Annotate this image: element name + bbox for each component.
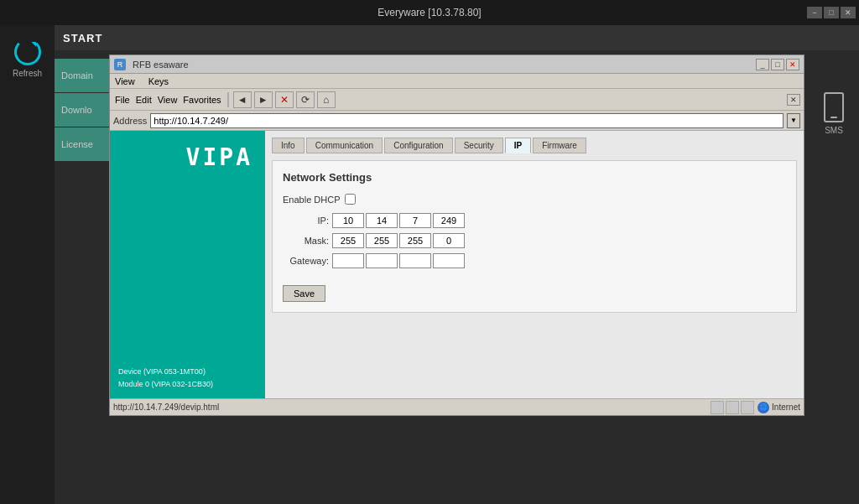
browser-statusbar: http://10.14.7.249/devip.html 🌐 Internet: [110, 398, 804, 415]
app-area: Refresh START Domain Downlo License: [0, 25, 859, 504]
tab-firmware[interactable]: Firmware: [533, 138, 586, 153]
status-url: http://10.14.7.249/devip.html: [113, 403, 707, 412]
gateway-field-3[interactable]: [399, 253, 431, 268]
network-settings-title: Network Settings: [283, 171, 786, 184]
status-zone: Internet: [772, 403, 800, 412]
address-input[interactable]: [150, 113, 784, 128]
right-panel: SMS: [809, 50, 859, 420]
page-left-panel: VIPA Device (VIPA 053-1MT00) Module 0 (V…: [110, 131, 265, 398]
vipa-logo: VIPA: [186, 143, 252, 171]
device-line2: Module 0 (VIPA 032-1CB30): [118, 378, 213, 390]
window-title: Everyware [10.3.78.80]: [377, 7, 481, 18]
globe-icon: 🌐: [757, 402, 769, 413]
settings-panel: Network Settings Enable DHCP IP:: [272, 160, 797, 313]
main-content: START Domain Downlo License R R: [55, 25, 859, 504]
menu-file[interactable]: File: [113, 95, 132, 105]
browser-menubar: View Keys: [110, 74, 804, 89]
ip-field-1[interactable]: [332, 213, 364, 228]
gateway-row: Gateway:: [283, 253, 786, 268]
toolbar-close-btn[interactable]: ✕: [787, 94, 800, 106]
tab-security[interactable]: Security: [455, 138, 503, 153]
nav-item-domain[interactable]: Domain: [55, 59, 109, 92]
mask-label: Mask:: [283, 236, 329, 246]
mask-field-1[interactable]: [332, 233, 364, 248]
device-info: Device (VIPA 053-1MT00) Module 0 (VIPA 0…: [118, 366, 213, 390]
status-dividers: [711, 401, 754, 414]
home-button[interactable]: ⌂: [317, 91, 336, 108]
refresh-label: Refresh: [13, 69, 42, 78]
status-internet: 🌐 Internet: [757, 402, 800, 413]
browser-close-btn[interactable]: ✕: [786, 59, 799, 70]
forward-button[interactable]: ►: [254, 91, 273, 108]
close-button[interactable]: ✕: [841, 7, 856, 18]
gateway-label: Gateway:: [283, 256, 329, 266]
tab-ip[interactable]: IP: [505, 138, 531, 153]
page-right-panel: Info Communication Configuration Securit…: [265, 131, 804, 398]
gateway-field-2[interactable]: [366, 253, 398, 268]
start-bar: START: [55, 25, 859, 50]
ip-field-4[interactable]: [433, 213, 465, 228]
gateway-field-1[interactable]: [332, 253, 364, 268]
left-sidebar: Refresh: [0, 25, 55, 504]
title-bar: Everyware [10.3.78.80] − □ ✕: [0, 0, 859, 25]
nav-item-download[interactable]: Downlo: [55, 93, 109, 127]
minimize-button[interactable]: −: [807, 7, 822, 18]
menu-keys[interactable]: Keys: [147, 76, 170, 86]
menu-edit[interactable]: Edit: [134, 95, 154, 105]
dhcp-row: Enable DHCP: [283, 194, 786, 205]
status-div-2: [726, 401, 739, 414]
ip-label: IP:: [283, 216, 329, 226]
content-body: Domain Downlo License R RFB esaware _ □: [55, 50, 859, 420]
address-dropdown[interactable]: ▼: [787, 113, 800, 128]
browser-titlebar: R RFB esaware _ □ ✕: [110, 55, 804, 74]
device-line1: Device (VIPA 053-1MT00): [118, 366, 213, 377]
mask-field-2[interactable]: [366, 233, 398, 248]
dhcp-label: Enable DHCP: [283, 195, 340, 205]
menu-view[interactable]: View: [113, 76, 137, 86]
bottom-area: [55, 420, 859, 504]
ip-field-2[interactable]: [366, 213, 398, 228]
gateway-field-4[interactable]: [433, 253, 465, 268]
window-controls: − □ ✕: [807, 7, 856, 18]
menu-favorites[interactable]: Favorites: [181, 95, 222, 105]
refresh-icon: [14, 39, 41, 65]
tab-info[interactable]: Info: [272, 138, 305, 153]
ip-row: IP:: [283, 213, 786, 228]
mask-field-3[interactable]: [399, 233, 431, 248]
mask-field-4[interactable]: [433, 233, 465, 248]
tab-communication[interactable]: Communication: [306, 138, 383, 153]
phone-icon: [824, 92, 844, 122]
save-button[interactable]: Save: [283, 285, 325, 302]
browser-toolbar: File Edit View Favorites ◄ ► ✕ ⟳ ⌂ ✕: [110, 89, 804, 111]
browser-content: VIPA Device (VIPA 053-1MT00) Module 0 (V…: [110, 131, 804, 398]
stop-button[interactable]: ✕: [275, 91, 294, 108]
browser-refresh-button[interactable]: ⟳: [296, 91, 315, 108]
nav-item-license[interactable]: License: [55, 127, 109, 161]
tab-configuration[interactable]: Configuration: [384, 138, 452, 153]
mask-row: Mask:: [283, 233, 786, 248]
start-label: START: [63, 32, 102, 44]
browser-title-controls: _ □ ✕: [756, 59, 799, 70]
address-label: Address: [113, 116, 147, 126]
sms-label: SMS: [825, 126, 843, 135]
menu-view2[interactable]: View: [156, 95, 180, 105]
status-div-1: [711, 401, 724, 414]
status-div-3: [741, 401, 754, 414]
toolbar-sep-1: [227, 92, 229, 107]
dhcp-checkbox[interactable]: [345, 194, 356, 205]
browser-title-text: RFB esaware: [133, 60, 749, 70]
nav-items: Domain Downlo License: [55, 50, 109, 420]
back-button[interactable]: ◄: [233, 91, 252, 108]
browser-minimize-btn[interactable]: _: [756, 59, 769, 70]
address-bar: Address ▼: [110, 111, 804, 131]
sms-button[interactable]: SMS: [824, 92, 844, 135]
refresh-button[interactable]: Refresh: [3, 32, 53, 85]
browser-title-icon: R: [114, 59, 126, 70]
browser-window: R RFB esaware _ □ ✕ View Keys File E: [109, 55, 804, 416]
tab-bar: Info Communication Configuration Securit…: [272, 138, 797, 153]
ip-field-3[interactable]: [399, 213, 431, 228]
browser-maximize-btn[interactable]: □: [771, 59, 784, 70]
maximize-button[interactable]: □: [824, 7, 839, 18]
